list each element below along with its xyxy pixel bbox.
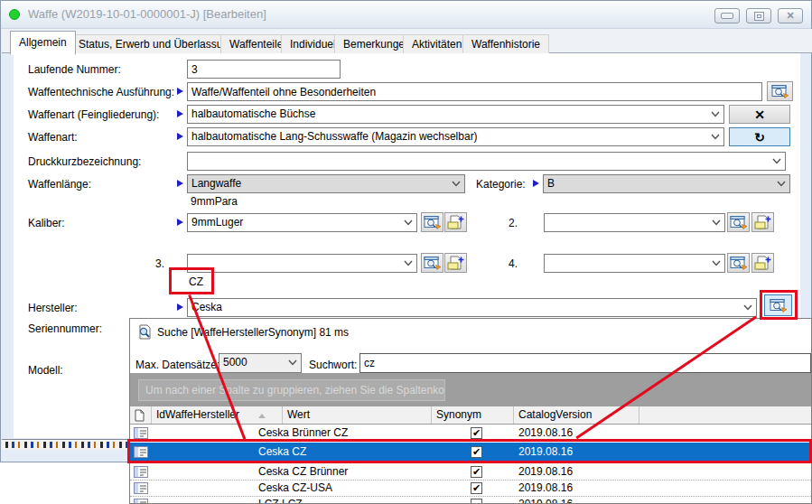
hersteller-search-button[interactable] [764, 294, 792, 316]
kaliber1-search-button[interactable] [421, 212, 443, 232]
druckkurz-combo[interactable] [187, 152, 786, 171]
maximize-icon [754, 12, 764, 21]
header-idwaffehersteller[interactable]: IdWaffeHersteller [152, 406, 283, 424]
header-wert[interactable]: Wert [283, 406, 432, 424]
search-window-icon [770, 298, 788, 313]
minimize-icon [721, 13, 733, 19]
close-icon: ✕ [786, 10, 794, 22]
hersteller-combo[interactable]: Ceska [187, 298, 757, 317]
required-arrow-icon [177, 88, 183, 95]
cell-catalogversion: 2019.08.16 [518, 498, 573, 504]
clear-button[interactable]: ✕ [729, 105, 790, 124]
max-datensaetze-combo[interactable]: 5000 [219, 353, 302, 373]
group-by-panel[interactable]: Um nach einer Spalte zu gruppieren, zieh… [130, 373, 812, 406]
kaliber1-combo[interactable]: 9mmLuger [187, 213, 417, 232]
cell-catalogversion: 2019.08.16 [518, 481, 573, 494]
laufende-nummer-label: Laufende Nummer: [28, 63, 121, 76]
chevron-down-icon [711, 111, 720, 117]
header-synonym[interactable]: Synonym [432, 406, 514, 424]
kaliber-label: Kaliber: [28, 217, 65, 229]
feingliederung-combo[interactable]: halbautomatische Büchse [187, 105, 724, 124]
popup-title: Suche [WaffeHerstellerSynonym] 81 ms [157, 326, 349, 339]
chevron-down-icon [777, 181, 786, 187]
cell-catalogversion: 2019.08.16 [518, 426, 573, 439]
synonym-checkbox[interactable]: ✔ [471, 446, 482, 458]
laufende-nummer-input[interactable] [187, 60, 341, 79]
close-button[interactable]: ✕ [778, 8, 803, 23]
header-icon-cell[interactable] [130, 406, 152, 424]
kaliber4-combo[interactable] [544, 254, 725, 273]
waffenart-combo[interactable]: halbautomatische Lang-Schusswaffe (Magaz… [187, 127, 724, 146]
kaliber2-label: 2. [509, 217, 518, 229]
kaliber4-search-button[interactable] [727, 253, 750, 273]
chevron-down-icon [288, 359, 297, 366]
chevron-down-icon [743, 304, 752, 311]
header-catalogversion[interactable]: CatalogVersion [514, 406, 639, 424]
seriennummer-label: Seriennummer: [28, 322, 102, 335]
suchwort-input[interactable] [359, 353, 811, 373]
cell-wert: Ceska CZ [258, 445, 306, 458]
modell-label: Modell: [28, 364, 63, 377]
kaliber2-search-button[interactable] [727, 212, 750, 232]
table-row[interactable]: Ceska Brünner CZ ✔ 2019.08.16 [130, 425, 812, 442]
chevron-down-icon [404, 219, 413, 226]
maximize-button[interactable] [746, 8, 771, 23]
hersteller-label: Hersteller: [28, 302, 78, 314]
chevron-down-icon [772, 158, 781, 164]
waffenlaenge-combo[interactable]: Langwaffe [187, 174, 465, 193]
kategorie-combo[interactable]: B [543, 174, 790, 193]
kategorie-label: Kategorie: [476, 178, 526, 191]
table-row[interactable]: Ceska CZ-USA ✔ 2019.08.16 [130, 481, 812, 497]
synonym-checkbox[interactable]: ✔ [471, 427, 482, 439]
table-row[interactable]: LCZ LCZ 2019.08.16 [130, 497, 812, 504]
tab-strip: Allgemein Status, Erwerb und Überlassung… [2, 29, 812, 53]
ausfuehrung-search-button[interactable] [767, 81, 793, 101]
title-bar[interactable]: Waffe (W2019-10-01-0000001-J) [Bearbeite… [1, 1, 811, 29]
waffenlaenge-label: Waffenlänge: [28, 178, 91, 191]
synonym-checkbox[interactable]: ✔ [471, 482, 482, 494]
kaliber2-add-button[interactable] [751, 212, 774, 232]
synonym-checkbox[interactable] [471, 499, 482, 504]
record-icon [134, 482, 148, 494]
search-window-icon [730, 256, 748, 270]
document-icon [135, 409, 145, 422]
required-arrow-icon [177, 110, 183, 117]
kaliber-hint-text: 9mmPara [191, 195, 238, 208]
table-row[interactable]: Ceska CZ Brünner ✔ 2019.08.16 [130, 464, 812, 481]
kaliber3-combo[interactable] [187, 254, 417, 273]
search-window-icon [771, 84, 789, 98]
kaliber2-combo[interactable] [544, 213, 725, 232]
window-title: Waffe (W2019-10-01-0000001-J) [Bearbeite… [28, 7, 266, 21]
synonym-checkbox[interactable]: ✔ [471, 466, 482, 478]
suchwort-label: Suchwort: [309, 359, 357, 371]
search-window-icon [730, 215, 748, 229]
kaliber4-add-button[interactable] [751, 253, 774, 273]
max-datensaetze-label: Max. Datensätze: [135, 359, 219, 371]
new-document-icon [447, 256, 465, 270]
tab-status-erwerb[interactable]: Status, Erwerb und Überlassung [70, 34, 244, 54]
table-row-selected[interactable]: Ceska CZ ✔ 2019.08.16 [130, 443, 812, 462]
minimize-button[interactable] [714, 8, 740, 23]
kaliber1-add-button[interactable] [444, 212, 467, 232]
kaliber3-add-button[interactable] [444, 253, 467, 273]
record-icon [134, 446, 148, 458]
tab-waffenhistorie[interactable]: Waffenhistorie [462, 34, 549, 54]
sort-ascending-icon [258, 414, 266, 418]
ausfuehrung-label: Waffentechnische Ausführung: [28, 86, 174, 98]
search-window-icon [424, 215, 442, 229]
search-popup-window: Suche [WaffeHerstellerSynonym] 81 ms Max… [129, 318, 812, 504]
clear-x-icon: ✕ [754, 107, 765, 122]
ausfuehrung-input[interactable] [187, 82, 762, 101]
search-doc-icon [137, 324, 153, 340]
kaliber4-label: 4. [509, 257, 518, 270]
refresh-button[interactable]: ↻ [729, 127, 790, 146]
refresh-icon: ↻ [754, 130, 765, 145]
required-arrow-icon [177, 133, 183, 140]
chevron-down-icon [712, 260, 721, 266]
tab-aktivitaeten[interactable]: Aktivitäten [403, 34, 471, 54]
record-icon [134, 466, 148, 478]
required-arrow-icon [177, 303, 183, 311]
tab-allgemein[interactable]: Allgemein [10, 31, 76, 55]
kaliber3-search-button[interactable] [421, 253, 443, 273]
cell-wert: Ceska CZ Brünner [258, 465, 348, 478]
